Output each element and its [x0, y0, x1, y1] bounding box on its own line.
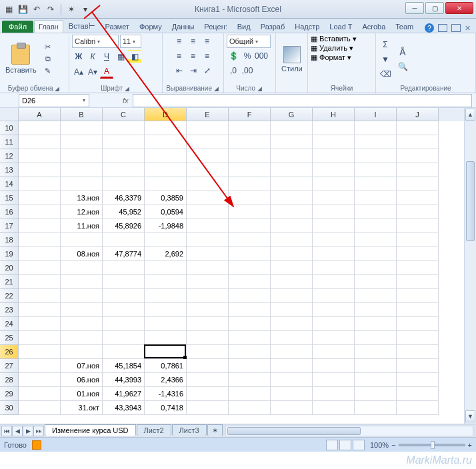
cell[interactable] — [355, 135, 397, 149]
cell[interactable]: 45,952 — [103, 205, 145, 219]
cell[interactable] — [397, 317, 439, 331]
cell[interactable] — [313, 233, 355, 247]
shrink-font-icon[interactable]: A▾ — [86, 65, 99, 79]
cell[interactable] — [313, 359, 355, 373]
cell[interactable] — [229, 177, 271, 191]
find-select-icon[interactable]: 🔍 — [396, 60, 409, 73]
cell[interactable] — [19, 373, 61, 387]
cell[interactable] — [19, 205, 61, 219]
cell[interactable] — [19, 359, 61, 373]
cell[interactable] — [271, 121, 313, 135]
ribbon-tab[interactable]: Load T — [325, 20, 357, 33]
cell[interactable] — [355, 177, 397, 191]
align-middle-icon[interactable]: ≡ — [187, 35, 200, 48]
cell[interactable] — [397, 261, 439, 275]
cell[interactable] — [103, 121, 145, 135]
cell[interactable] — [61, 275, 103, 289]
help-icon[interactable]: ? — [425, 23, 434, 33]
cell[interactable] — [355, 401, 397, 415]
qat-custom-icon[interactable]: ✶ — [65, 3, 77, 15]
cell[interactable] — [187, 177, 229, 191]
cell[interactable]: 0,3859 — [145, 191, 187, 205]
cell[interactable] — [313, 219, 355, 233]
font-launcher-icon[interactable]: ◢ — [125, 85, 131, 92]
cell[interactable] — [271, 261, 313, 275]
cell[interactable] — [61, 233, 103, 247]
row-header[interactable]: 30 — [0, 401, 19, 415]
restore-window-icon[interactable] — [451, 24, 461, 32]
cell[interactable] — [19, 191, 61, 205]
cell[interactable] — [61, 345, 103, 359]
row-header[interactable]: 12 — [0, 149, 19, 163]
cell[interactable] — [271, 359, 313, 373]
fill-icon[interactable]: ▼ — [379, 53, 392, 66]
cell[interactable] — [229, 345, 271, 359]
macro-record-icon[interactable] — [32, 440, 41, 450]
cell[interactable]: 2,692 — [145, 247, 187, 261]
undo-icon[interactable]: ↶ — [31, 3, 43, 15]
row-header[interactable]: 10 — [0, 121, 19, 135]
cell[interactable] — [355, 331, 397, 345]
row-header[interactable]: 28 — [0, 373, 19, 387]
ribbon-tab[interactable]: Встав⊢ — [64, 19, 100, 33]
cell[interactable]: 31.окт — [61, 401, 103, 415]
column-header[interactable]: I — [355, 108, 397, 121]
cell[interactable] — [61, 163, 103, 177]
cell[interactable] — [187, 303, 229, 317]
ribbon-tab[interactable]: Данны — [167, 20, 199, 33]
sheet-nav-first-icon[interactable]: ⏮ — [1, 426, 12, 436]
cell[interactable] — [229, 247, 271, 261]
cell[interactable] — [313, 205, 355, 219]
column-header[interactable]: A — [19, 108, 61, 121]
cell[interactable] — [187, 289, 229, 303]
row-header[interactable]: 23 — [0, 303, 19, 317]
ribbon-tab[interactable]: Разраб — [256, 20, 290, 33]
cell[interactable] — [271, 233, 313, 247]
cell[interactable] — [397, 373, 439, 387]
cell[interactable] — [103, 177, 145, 191]
cell[interactable] — [187, 401, 229, 415]
cell[interactable] — [313, 149, 355, 163]
qat-dropdown-icon[interactable]: ▾ — [79, 3, 91, 15]
column-header[interactable]: H — [313, 108, 355, 121]
page-break-view-icon[interactable] — [353, 440, 365, 450]
cell[interactable] — [187, 233, 229, 247]
cell[interactable] — [313, 289, 355, 303]
cell[interactable] — [19, 149, 61, 163]
cell[interactable] — [271, 289, 313, 303]
cell[interactable] — [229, 121, 271, 135]
cell[interactable] — [397, 149, 439, 163]
cell[interactable]: 0,7861 — [145, 359, 187, 373]
new-sheet-button[interactable]: ✶ — [207, 424, 223, 436]
row-headers[interactable]: 1011121314151617181920212223242526272829… — [0, 121, 19, 424]
cell[interactable] — [229, 331, 271, 345]
cell[interactable] — [103, 261, 145, 275]
number-launcher-icon[interactable]: ◢ — [257, 85, 263, 92]
cell[interactable] — [355, 359, 397, 373]
cell[interactable] — [271, 387, 313, 401]
number-format-combo[interactable]: Общий▾ — [227, 35, 271, 48]
font-color-button[interactable]: A — [100, 65, 113, 79]
cell[interactable] — [187, 317, 229, 331]
align-launcher-icon[interactable]: ◢ — [214, 85, 220, 92]
cut-icon[interactable]: ✂ — [42, 42, 54, 53]
cell[interactable] — [187, 345, 229, 359]
zoom-slider[interactable] — [399, 444, 465, 446]
cell[interactable] — [229, 401, 271, 415]
row-header[interactable]: 16 — [0, 205, 19, 219]
cell[interactable] — [145, 121, 187, 135]
cell[interactable] — [271, 345, 313, 359]
row-header[interactable]: 11 — [0, 135, 19, 149]
sheet-nav-prev-icon[interactable]: ◀ — [12, 426, 23, 436]
cell[interactable]: 46,3379 — [103, 191, 145, 205]
cell[interactable] — [397, 303, 439, 317]
cell[interactable] — [355, 205, 397, 219]
cell[interactable] — [397, 233, 439, 247]
cell[interactable] — [19, 261, 61, 275]
cell[interactable] — [397, 191, 439, 205]
delete-cells-button[interactable]: ▦ Удалить ▾ — [311, 44, 353, 53]
cell[interactable] — [271, 205, 313, 219]
cell[interactable] — [397, 205, 439, 219]
cell[interactable] — [187, 205, 229, 219]
cell[interactable] — [19, 135, 61, 149]
